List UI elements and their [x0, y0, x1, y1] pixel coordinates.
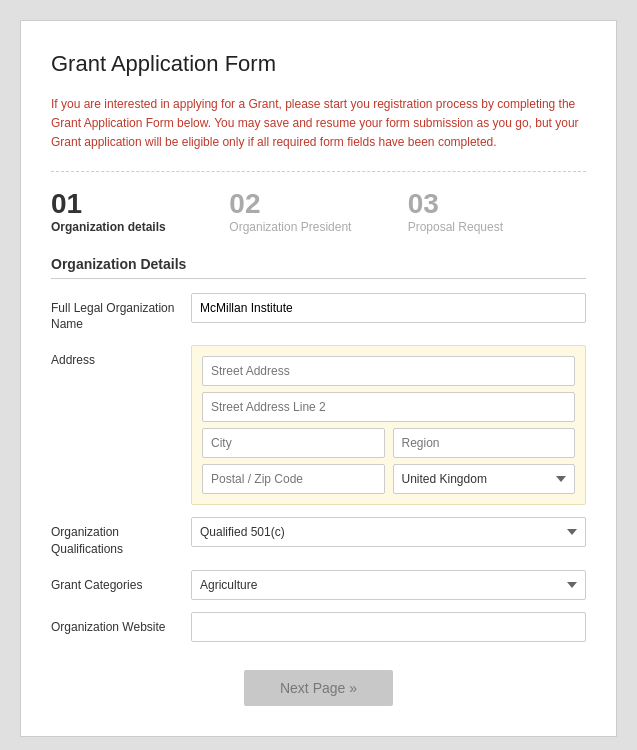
step-1: 01 Organization details	[51, 190, 229, 234]
step-2: 02 Organization President	[229, 190, 407, 234]
grant-categories-select[interactable]: Agriculture Education Health	[191, 570, 586, 600]
address-label: Address	[51, 345, 191, 369]
website-input[interactable]	[191, 612, 586, 642]
next-btn-row: Next Page »	[51, 670, 586, 706]
grant-categories-fields: Agriculture Education Health	[191, 570, 586, 600]
postal-input[interactable]	[202, 464, 385, 494]
city-input[interactable]	[202, 428, 385, 458]
next-page-button[interactable]: Next Page »	[244, 670, 393, 706]
grant-categories-label: Grant Categories	[51, 570, 191, 594]
website-fields	[191, 612, 586, 642]
city-region-row	[202, 428, 575, 458]
step-3: 03 Proposal Request	[408, 190, 586, 234]
region-input[interactable]	[393, 428, 576, 458]
qualifications-label: Organization Qualifications	[51, 517, 191, 558]
full-name-fields	[191, 293, 586, 323]
country-select[interactable]: United Kingdom United States Canada Aust…	[393, 464, 576, 494]
step-1-label: Organization details	[51, 220, 229, 234]
full-name-row: Full Legal Organization Name	[51, 293, 586, 334]
website-row: Organization Website	[51, 612, 586, 642]
qualifications-select[interactable]: Qualified 501(c) Other	[191, 517, 586, 547]
page-title: Grant Application Form	[51, 51, 586, 77]
address-block: United Kingdom United States Canada Aust…	[191, 345, 586, 505]
street-address-2-input[interactable]	[202, 392, 575, 422]
intro-text: If you are interested in applying for a …	[51, 95, 586, 172]
postal-country-row: United Kingdom United States Canada Aust…	[202, 464, 575, 494]
street-address-input[interactable]	[202, 356, 575, 386]
full-name-input[interactable]	[191, 293, 586, 323]
step-3-number: 03	[408, 190, 586, 218]
address-row: Address United Kingdom United States Can…	[51, 345, 586, 505]
page-container: Grant Application Form If you are intere…	[20, 20, 617, 737]
website-label: Organization Website	[51, 612, 191, 636]
qualifications-row: Organization Qualifications Qualified 50…	[51, 517, 586, 558]
step-3-label: Proposal Request	[408, 220, 586, 234]
step-2-number: 02	[229, 190, 407, 218]
section-title: Organization Details	[51, 256, 586, 279]
step-1-number: 01	[51, 190, 229, 218]
qualifications-fields: Qualified 501(c) Other	[191, 517, 586, 547]
grant-categories-row: Grant Categories Agriculture Education H…	[51, 570, 586, 600]
full-name-label: Full Legal Organization Name	[51, 293, 191, 334]
steps-row: 01 Organization details 02 Organization …	[51, 190, 586, 234]
step-2-label: Organization President	[229, 220, 407, 234]
